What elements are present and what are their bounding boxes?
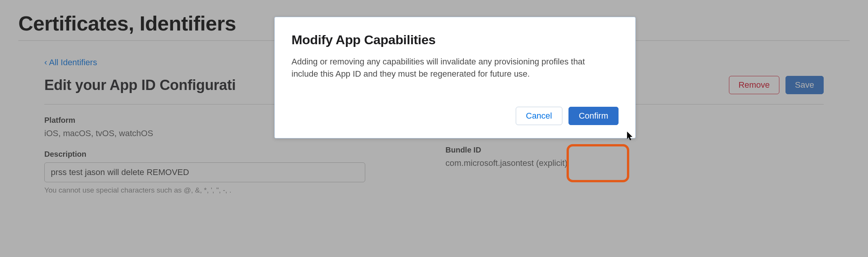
modal-body-text: Adding or removing any capabilities will… (291, 56, 605, 80)
modify-capabilities-modal: Modify App Capabilities Adding or removi… (274, 17, 636, 138)
cancel-button[interactable]: Cancel (516, 107, 562, 125)
modal-title: Modify App Capabilities (291, 32, 619, 47)
confirm-button[interactable]: Confirm (568, 107, 619, 125)
modal-actions: Cancel Confirm (291, 107, 619, 125)
